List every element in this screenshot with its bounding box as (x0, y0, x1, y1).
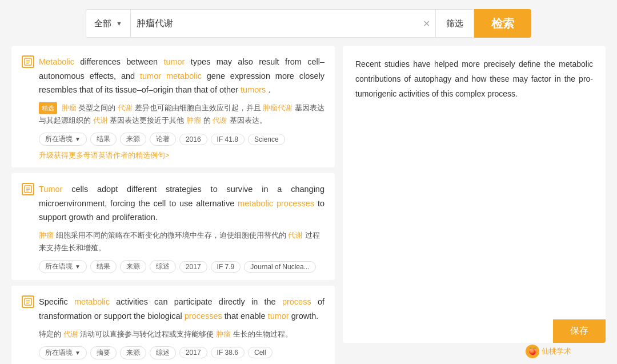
watermark: 🍑 仙桃学术 (526, 345, 571, 358)
processes-link-r3[interactable]: processes (185, 311, 222, 321)
result-item: Tumor cells adopt different strategies t… (11, 173, 335, 280)
chinese-text: 特定的 代谢 活动可以直接参与转化过程或支持能够使 肿瘤 生长的生物过程。 (39, 328, 324, 341)
search-type-select[interactable]: 全部 ▼ (86, 10, 131, 37)
watermark-icon: 🍑 (526, 345, 539, 358)
chevron-down-icon: ▼ (116, 20, 122, 27)
search-type-label: 全部 (94, 18, 111, 29)
result-item-header: Specific metabolic activities can partic… (22, 295, 324, 359)
text-segment: differences between (80, 57, 163, 66)
process-link-r3[interactable]: process (282, 297, 311, 306)
text-segment: . (268, 85, 270, 94)
result-badge[interactable]: 结果 (90, 260, 117, 273)
highlight-metabolic-1: Metabolic (39, 57, 74, 66)
journal-badge[interactable]: Cell (248, 347, 273, 358)
highlight-metabolic-2: metabolic (166, 71, 202, 81)
result-item-header: Metabolic differences between tumor type… (22, 55, 324, 161)
source-badge[interactable]: 来源 (120, 260, 146, 273)
clear-button[interactable]: ✕ (417, 10, 435, 37)
highlight-zh-tumor-1: 肿瘤 (62, 103, 77, 112)
year-badge[interactable]: 2016 (179, 134, 207, 145)
zh-text-segment: 差异也可能由细胞自主效应引起，并且 (135, 103, 261, 112)
highlight-tumor-2: tumor (140, 71, 161, 81)
highlight-tumor-r3: tumor (268, 311, 289, 321)
highlight-tumors-link[interactable]: tumors (241, 85, 266, 94)
source-badge[interactable]: 来源 (120, 346, 146, 359)
review-badge[interactable]: 综述 (150, 346, 176, 359)
result-icon (22, 183, 34, 195)
badge-row: 所在语境 ▼ 结果 来源 论著 2016 IF 41.8 Science (39, 133, 324, 146)
watermark-text: 仙桃学术 (542, 346, 571, 357)
journal-badge[interactable]: Journal of Nuclea... (244, 261, 315, 273)
chinese-text: 肿瘤 细胞采用不同的策略在不断变化的微环境中生存，迫使细胞使用替代的 代谢 过程… (39, 229, 324, 254)
badge-row: 所在语境 ▼ 摘要 来源 综述 2017 IF 38.6 Cell (39, 346, 324, 359)
text-segment: Specific (39, 297, 74, 306)
highlight-zh-metabolic: 肿瘤代谢 (263, 103, 293, 112)
result-icon (22, 55, 34, 68)
right-panel-text: Recent studies have helped more precisel… (355, 57, 593, 102)
zh-text-segment: 细胞采用不同的策略在不断变化的微环境中生存，迫使细胞使用替代的 (56, 231, 286, 239)
search-input[interactable] (131, 10, 417, 37)
filter-label: 筛选 (446, 18, 463, 29)
zh-text-segment: 基因表达更接近于其他 (110, 116, 184, 125)
dropdown-arrow-icon: ▼ (75, 263, 81, 270)
zh-text-segment: 类型之间的 (78, 103, 115, 112)
context-badge[interactable]: 所在语境 ▼ (39, 346, 87, 359)
main-content: Metabolic differences between tumor type… (0, 46, 617, 364)
dropdown-arrow-icon: ▼ (75, 136, 81, 142)
zh-text-segment: 的 (203, 116, 211, 125)
upgrade-link[interactable]: 升级获得更多母语英语作者的精选例句> (39, 150, 324, 161)
result-text-block: Metabolic differences between tumor type… (39, 55, 324, 161)
highlight-zh-daoxie-r3: 代谢 (63, 330, 78, 338)
paper-badge[interactable]: 论著 (150, 133, 176, 146)
result-item: Metabolic differences between tumor type… (11, 46, 335, 167)
badge-row: 所在语境 ▼ 结果 来源 综述 2017 IF 7.9 Journal of N… (39, 260, 324, 273)
highlight-tumor-r2: Tumor (39, 185, 62, 194)
journal-badge[interactable]: Science (248, 134, 285, 145)
result-text-block: Tumor cells adopt different strategies t… (39, 182, 324, 273)
result-text-block: Specific metabolic activities can partic… (39, 295, 324, 359)
highlight-zh-daoxie-3: 代谢 (213, 116, 227, 125)
zh-text-segment: 活动可以直接参与转化过程或支持能够使 (80, 330, 214, 338)
search-bar: 全部 ▼ ✕ 筛选 检索 (0, 0, 617, 46)
metabolic-processes-link[interactable]: metabolic processes (238, 199, 314, 208)
search-button[interactable]: 检索 (474, 9, 531, 38)
text-segment: that enable (225, 311, 268, 321)
english-text: Specific metabolic activities can partic… (39, 295, 324, 323)
if-badge[interactable]: IF 41.8 (211, 134, 245, 145)
zh-text-segment: 生长的生物过程。 (233, 330, 293, 338)
result-item-header: Tumor cells adopt different strategies t… (22, 182, 324, 273)
result-item: Specific metabolic activities can partic… (11, 286, 335, 364)
chinese-text: 精选 肿瘤 类型之间的 代谢 差异也可能由细胞自主效应引起，并且 肿瘤代谢 基因… (39, 102, 324, 127)
highlight-zh-tumor-r3: 肿瘤 (216, 330, 231, 338)
text-segment: growth. (291, 311, 319, 321)
source-badge[interactable]: 来源 (120, 133, 146, 146)
abstract-badge[interactable]: 摘要 (90, 346, 117, 359)
right-panel: Recent studies have helped more precisel… (343, 46, 606, 343)
review-badge[interactable]: 综述 (150, 260, 176, 273)
zh-text-segment: 基因表达。 (230, 116, 267, 125)
results-panel: Metabolic differences between tumor type… (11, 46, 335, 364)
year-badge[interactable]: 2017 (179, 347, 207, 358)
highlight-zh-tumor-2: 肿瘤 (186, 116, 201, 125)
english-text: Tumor cells adopt different strategies t… (39, 182, 324, 225)
filter-button[interactable]: 筛选 (435, 10, 474, 37)
dropdown-arrow-icon: ▼ (75, 350, 81, 356)
context-badge[interactable]: 所在语境 ▼ (39, 133, 87, 146)
save-button[interactable]: 保存 (553, 319, 606, 343)
highlight-tumor-1: tumor (163, 57, 185, 66)
result-badge[interactable]: 结果 (90, 133, 117, 146)
highlight-metabolic-r3: metabolic (74, 297, 110, 306)
jingxuan-badge: 精选 (39, 102, 57, 114)
result-icon (22, 295, 34, 308)
if-badge[interactable]: IF 7.9 (211, 261, 241, 273)
search-container: 全部 ▼ ✕ 筛选 (86, 9, 474, 38)
highlight-zh-daoxie-1: 代谢 (118, 103, 133, 112)
year-badge[interactable]: 2017 (179, 261, 207, 273)
zh-text-segment: 特定的 (39, 330, 61, 338)
save-btn-container: 保存 (343, 319, 606, 343)
english-text: Metabolic differences between tumor type… (39, 55, 324, 97)
if-badge[interactable]: IF 38.6 (211, 347, 245, 358)
context-badge[interactable]: 所在语境 ▼ (39, 260, 87, 273)
highlight-zh-daoxie-2: 代谢 (93, 116, 108, 125)
close-icon: ✕ (423, 18, 430, 29)
